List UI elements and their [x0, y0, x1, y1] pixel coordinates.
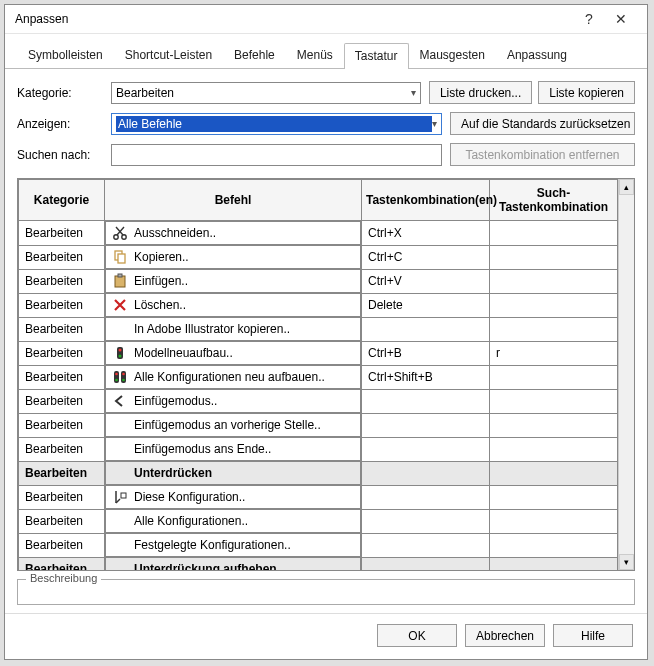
copy-list-button[interactable]: Liste kopieren — [538, 81, 635, 104]
search-row: Suchen nach: Tastenkombination entfernen — [17, 143, 635, 166]
reset-defaults-button[interactable]: Auf die Standards zurücksetzen — [450, 112, 635, 135]
tab-tastatur[interactable]: Tastatur — [344, 43, 409, 69]
category-value: Bearbeiten — [116, 86, 411, 100]
table-row[interactable]: BearbeitenIn Adobe Illustrator kopieren.… — [19, 317, 618, 341]
show-select[interactable]: Alle Befehle ▾ — [111, 113, 442, 135]
blank-icon — [112, 465, 128, 481]
shortcut-table: Kategorie Befehl Tastenkombination(en) S… — [18, 179, 618, 570]
command-label: Einfügemodus ans Ende.. — [134, 442, 271, 456]
close-icon[interactable]: ✕ — [605, 11, 637, 27]
table-row[interactable]: BearbeitenEinfügen..Ctrl+V — [19, 269, 618, 293]
command-label: Alle Konfigurationen.. — [134, 514, 248, 528]
svg-point-1 — [122, 235, 126, 239]
chevron-down-icon: ▾ — [432, 118, 437, 129]
svg-point-8 — [119, 355, 122, 358]
command-label: In Adobe Illustrator kopieren.. — [134, 322, 290, 336]
col-category[interactable]: Kategorie — [19, 180, 105, 221]
col-command[interactable]: Befehl — [105, 180, 362, 221]
command-label: Löschen.. — [134, 298, 186, 312]
ok-button[interactable]: OK — [377, 624, 457, 647]
tab-strip: SymbolleistenShortcut-LeistenBefehleMenü… — [5, 34, 647, 69]
command-label: Einfügemodus.. — [134, 394, 217, 408]
command-label: Kopieren.. — [134, 250, 189, 264]
category-row: Kategorie: Bearbeiten ▾ Liste drucken...… — [17, 81, 635, 104]
show-label: Anzeigen: — [17, 117, 103, 131]
cut-icon — [112, 225, 128, 241]
tab-symbolleisten[interactable]: Symbolleisten — [17, 42, 114, 68]
customize-dialog: Anpassen ? ✕ SymbolleistenShortcut-Leist… — [4, 4, 648, 660]
show-row: Anzeigen: Alle Befehle ▾ Auf die Standar… — [17, 112, 635, 135]
svg-point-10 — [115, 373, 118, 376]
paste-icon — [112, 273, 128, 289]
svg-point-7 — [119, 349, 122, 352]
dialog-footer: OK Abbrechen Hilfe — [5, 613, 647, 659]
table-row[interactable]: BearbeitenUnterdrücken — [19, 461, 618, 485]
command-label: Einfügemodus an vorherige Stelle.. — [134, 418, 321, 432]
description-box: Beschreibung — [17, 579, 635, 605]
help-icon[interactable]: ? — [573, 11, 605, 27]
table-row[interactable]: BearbeitenUnterdrückung aufheben — [19, 557, 618, 570]
category-label: Kategorie: — [17, 86, 103, 100]
command-label: Festgelegte Konfigurationen.. — [134, 538, 291, 552]
table-row[interactable]: BearbeitenEinfügemodus.. — [19, 389, 618, 413]
table-row[interactable]: BearbeitenFestgelegte Konfigurationen.. — [19, 533, 618, 557]
delete-icon — [112, 297, 128, 313]
search-input[interactable] — [111, 144, 442, 166]
svg-rect-15 — [121, 493, 126, 498]
lights-icon — [112, 369, 128, 385]
help-button[interactable]: Hilfe — [553, 624, 633, 647]
search-label: Suchen nach: — [17, 148, 103, 162]
command-label: Ausschneiden.. — [134, 226, 216, 240]
col-search-shortcut[interactable]: Such-Tastenkombination — [490, 180, 618, 221]
tab-befehle[interactable]: Befehle — [223, 42, 286, 68]
table-row[interactable]: BearbeitenLöschen..Delete — [19, 293, 618, 317]
table-row[interactable]: BearbeitenEinfügemodus ans Ende.. — [19, 437, 618, 461]
scroll-up-icon[interactable]: ▴ — [619, 179, 634, 195]
command-label: Modellneuaufbau.. — [134, 346, 233, 360]
command-label: Diese Konfiguration.. — [134, 490, 245, 504]
table-row[interactable]: BearbeitenAlle Konfigurationen neu aufba… — [19, 365, 618, 389]
table-row[interactable]: BearbeitenKopieren..Ctrl+C — [19, 245, 618, 269]
print-list-button[interactable]: Liste drucken... — [429, 81, 532, 104]
dialog-body: Kategorie: Bearbeiten ▾ Liste drucken...… — [5, 69, 647, 613]
config-icon — [112, 489, 128, 505]
blank-icon — [112, 513, 128, 529]
remove-shortcut-button[interactable]: Tastenkombination entfernen — [450, 143, 635, 166]
tab-menüs[interactable]: Menüs — [286, 42, 344, 68]
blank-icon — [112, 441, 128, 457]
table-row[interactable]: BearbeitenModellneuaufbau..Ctrl+Br — [19, 341, 618, 365]
window-title: Anpassen — [15, 12, 573, 26]
blank-icon — [112, 417, 128, 433]
svg-point-0 — [114, 235, 118, 239]
tab-mausgesten[interactable]: Mausgesten — [409, 42, 496, 68]
description-label: Beschreibung — [26, 572, 101, 584]
table-row[interactable]: BearbeitenAlle Konfigurationen.. — [19, 509, 618, 533]
cancel-button[interactable]: Abbrechen — [465, 624, 545, 647]
command-label: Alle Konfigurationen neu aufbauen.. — [134, 370, 325, 384]
show-value: Alle Befehle — [116, 116, 432, 132]
svg-point-14 — [122, 379, 125, 382]
light-icon — [112, 345, 128, 361]
blank-icon — [112, 537, 128, 553]
col-shortcut[interactable]: Tastenkombination(en) — [362, 180, 490, 221]
svg-rect-5 — [118, 274, 122, 277]
svg-point-11 — [115, 379, 118, 382]
svg-rect-4 — [115, 276, 125, 287]
vertical-scrollbar[interactable]: ▴ ▾ — [618, 179, 634, 570]
titlebar: Anpassen ? ✕ — [5, 5, 647, 34]
tab-shortcut-leisten[interactable]: Shortcut-Leisten — [114, 42, 223, 68]
command-label: Unterdrücken — [134, 466, 212, 480]
table-row[interactable]: BearbeitenAusschneiden..Ctrl+X — [19, 221, 618, 246]
shortcut-table-container: Kategorie Befehl Tastenkombination(en) S… — [17, 178, 635, 571]
table-row[interactable]: BearbeitenEinfügemodus an vorherige Stel… — [19, 413, 618, 437]
blank-icon — [112, 561, 128, 570]
command-label: Einfügen.. — [134, 274, 188, 288]
category-select[interactable]: Bearbeiten ▾ — [111, 82, 421, 104]
tab-anpassung[interactable]: Anpassung — [496, 42, 578, 68]
table-row[interactable]: BearbeitenDiese Konfiguration.. — [19, 485, 618, 509]
command-label: Unterdrückung aufheben — [134, 562, 277, 570]
svg-point-13 — [122, 373, 125, 376]
chevron-down-icon: ▾ — [411, 87, 416, 98]
copy-icon — [112, 249, 128, 265]
scroll-down-icon[interactable]: ▾ — [619, 554, 634, 570]
